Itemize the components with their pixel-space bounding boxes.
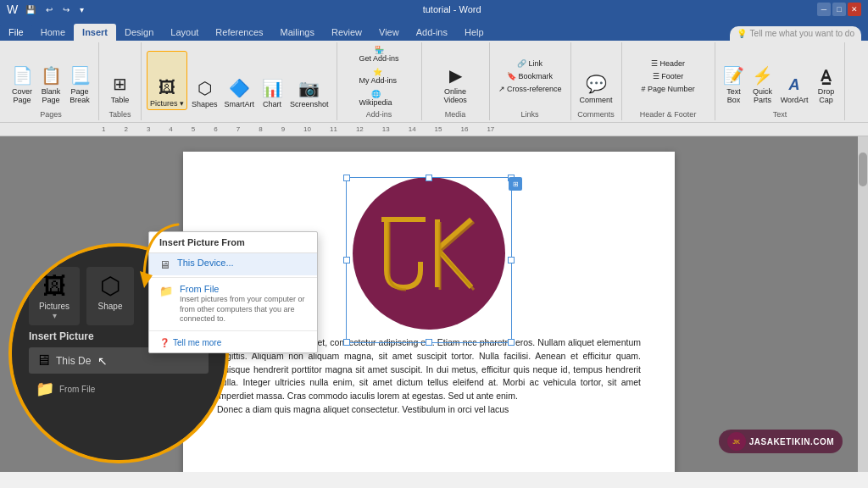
bookmark-button[interactable]: 🔖 Bookmark <box>504 70 556 82</box>
handle-top-left[interactable] <box>343 175 350 181</box>
maximize-button[interactable]: □ <box>832 3 846 16</box>
tab-layout[interactable]: Layout <box>162 24 207 41</box>
smartart-button[interactable]: 🔷 SmartArt <box>222 51 258 110</box>
media-group-items: ▶ OnlineVideos <box>441 44 469 108</box>
watermark-text: JASAKETIKIN.COM <box>749 437 834 446</box>
tables-group-label: Tables <box>108 110 131 119</box>
cover-page-button[interactable]: 📄 CoverPage <box>8 47 36 106</box>
text-box-button[interactable]: 📝 TextBox <box>721 47 748 106</box>
my-addins-button[interactable]: ⭐ My Add-ins <box>356 66 401 86</box>
online-videos-icon: ▶ <box>449 65 462 86</box>
save-qat-button[interactable]: 💾 <box>23 5 38 14</box>
window-controls: ─ □ ✕ <box>817 3 861 16</box>
zoom-second-icon: 📁 <box>36 380 54 398</box>
page-break-icon: 📃 <box>70 65 91 86</box>
get-addins-button[interactable]: 🏪 Get Add-ins <box>356 44 403 64</box>
quick-parts-button[interactable]: ⚡ QuickParts <box>749 47 776 106</box>
addins-group: 🏪 Get Add-ins ⭐ My Add-ins 🌐 Wikipedia A… <box>337 42 422 120</box>
title-bar: W 💾 ↩ ↪ ▾ tutorial - Word ─ □ ✕ <box>0 0 868 19</box>
scroll-thumb[interactable] <box>859 152 867 186</box>
dropdown-item-from-file[interactable]: 📁 From File Insert pictures from your co… <box>149 280 317 329</box>
tables-group: ⊞ Table Tables <box>99 42 142 120</box>
zoom-pictures-icon: 🖼 <box>42 272 66 300</box>
watermark-logo: JK <box>727 432 746 451</box>
tab-insert[interactable]: Insert <box>74 24 116 41</box>
tab-references[interactable]: References <box>207 24 271 41</box>
table-icon: ⊞ <box>113 74 127 94</box>
wordart-button[interactable]: A WordArt <box>778 47 811 106</box>
blank-page-button[interactable]: 📋 BlankPage <box>37 47 64 106</box>
word-logo-icon: W <box>7 3 18 16</box>
shapes-button[interactable]: ⬡ Shapes <box>189 51 220 110</box>
drop-cap-icon: A̲ <box>821 67 831 86</box>
chart-button[interactable]: 📊 Chart <box>259 51 286 110</box>
wikipedia-icon: 🌐 <box>371 90 381 98</box>
from-file-desc: Insert pictures from your computer or fr… <box>180 295 307 324</box>
pictures-icon: 🖼 <box>159 78 175 97</box>
zoom-second-item: 📁 From File <box>29 375 209 402</box>
layout-icon[interactable]: ⊞ <box>509 177 522 191</box>
addins-group-label: Add-ins <box>366 110 392 119</box>
screenshot-icon: 📷 <box>298 78 320 98</box>
redo-button[interactable]: ↪ <box>60 5 72 14</box>
drop-cap-button[interactable]: A̲ DropCap <box>812 47 839 106</box>
pictures-button[interactable]: 🖼 Pictures ▾ <box>147 51 187 110</box>
help-icon: ❓ <box>159 338 170 347</box>
text-group-items: 📝 TextBox ⚡ QuickParts A WordArt A̲ Drop… <box>721 44 840 108</box>
quick-parts-icon: ⚡ <box>752 65 773 86</box>
dropdown-help-link[interactable]: ❓ Tell me more <box>149 333 317 352</box>
this-device-title: This Device... <box>177 258 307 268</box>
addins-group-items: 🏪 Get Add-ins ⭐ My Add-ins 🌐 Wikipedia <box>356 44 403 108</box>
handle-middle-left[interactable] <box>343 257 350 263</box>
tell-me-text[interactable]: Tell me what you want to do <box>750 29 854 38</box>
text-box-icon: 📝 <box>723 65 744 86</box>
cover-page-icon: 📄 <box>12 65 33 86</box>
tab-file[interactable]: File <box>0 24 32 41</box>
comment-button[interactable]: 💬 Comment <box>577 47 615 106</box>
tab-view[interactable]: View <box>370 24 408 41</box>
screenshot-button[interactable]: 📷 Screenshot <box>287 51 331 110</box>
undo-button[interactable]: ↩ <box>43 5 55 14</box>
tab-review[interactable]: Review <box>323 24 370 41</box>
zoom-pictures-label: Pictures <box>39 302 70 311</box>
wikipedia-button[interactable]: 🌐 Wikipedia <box>356 88 396 108</box>
header-footer-items: ☰ Header ☰ Footer # Page Number <box>638 44 698 108</box>
tab-help[interactable]: Help <box>456 24 492 41</box>
tab-design[interactable]: Design <box>116 24 162 41</box>
minimize-button[interactable]: ─ <box>817 3 831 16</box>
online-videos-button[interactable]: ▶ OnlineVideos <box>441 47 469 106</box>
ribbon-content: 📄 CoverPage 📋 BlankPage 📃 PageBreak Page… <box>0 41 868 123</box>
document-paragraph-2: Donec a diam quis magna aliquet consecte… <box>217 403 641 417</box>
insert-picture-dropdown: Insert Picture From 🖥 This Device... 📁 F… <box>148 231 318 353</box>
customize-qat-button[interactable]: ▾ <box>77 5 86 14</box>
logo-image <box>353 177 505 330</box>
tab-mailings[interactable]: Mailings <box>272 24 323 41</box>
header-button[interactable]: ☰ Header <box>648 58 688 69</box>
table-button[interactable]: ⊞ Table <box>107 47 134 106</box>
cross-reference-button[interactable]: ↗ Cross-reference <box>495 83 565 95</box>
zoom-shapes-label: Shape <box>98 302 123 311</box>
page-break-button[interactable]: 📃 PageBreak <box>66 47 93 106</box>
this-device-icon: 🖥 <box>159 258 170 271</box>
tab-addins[interactable]: Add-ins <box>408 24 456 41</box>
blank-page-icon: 📋 <box>41 65 62 86</box>
dropdown-item-this-device[interactable]: 🖥 This Device... <box>149 253 317 275</box>
zoom-second-label: From File <box>59 385 95 394</box>
link-button[interactable]: 🔗 Link <box>514 58 546 69</box>
pages-group: 📄 CoverPage 📋 BlankPage 📃 PageBreak Page… <box>3 42 99 120</box>
media-group: ▶ OnlineVideos Media <box>422 42 490 120</box>
vertical-scrollbar[interactable]: ▲ <box>858 123 868 472</box>
handle-middle-right[interactable] <box>508 257 515 263</box>
dropdown-header: Insert Picture From <box>149 232 317 253</box>
zoom-this-device-icon: 🖥 <box>36 352 51 369</box>
watermark: JK JASAKETIKIN.COM <box>719 430 843 453</box>
footer-button[interactable]: ☰ Footer <box>649 70 687 82</box>
logo-svg <box>361 202 497 304</box>
document-area: 1234567891011121314151617 <box>0 123 868 472</box>
page-number-button[interactable]: # Page Number <box>638 83 698 95</box>
tab-home[interactable]: Home <box>32 24 74 41</box>
comment-icon: 💬 <box>586 74 607 94</box>
close-button[interactable]: ✕ <box>848 3 861 16</box>
links-group-items: 🔗 Link 🔖 Bookmark ↗ Cross-reference <box>495 44 565 108</box>
ribbon-tabs: File Home Insert Design Layout Reference… <box>0 19 868 41</box>
